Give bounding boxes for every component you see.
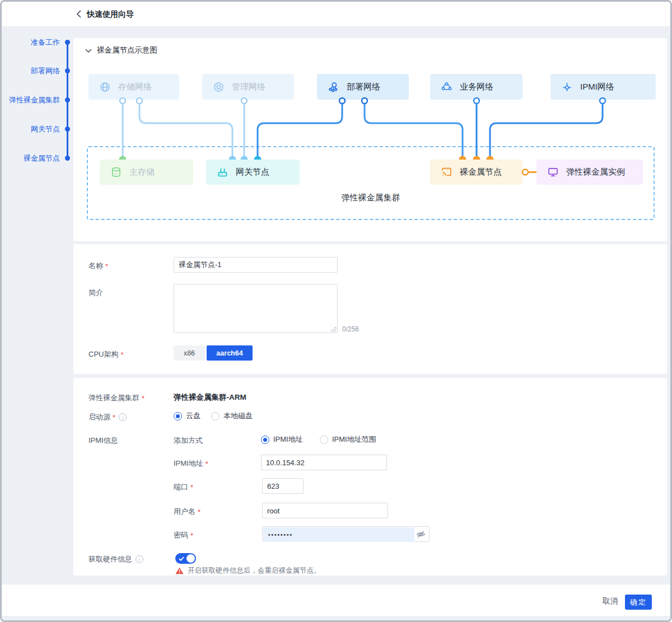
check-icon xyxy=(179,556,184,561)
add-method-label: 添加方式 xyxy=(174,436,203,446)
boot-source-option-cloud-disk[interactable]: 云盘 xyxy=(174,411,200,421)
hardware-info-label: 获取硬件信息 i xyxy=(88,554,143,564)
confirm-button[interactable]: 确定 xyxy=(625,595,652,610)
port-input[interactable] xyxy=(262,478,304,494)
sidebar-step-baremetal[interactable]: 裸金属节点 xyxy=(2,153,60,163)
diagram-card: 裸金属节点示意图 弹性裸金属集群 存储网络 管理网络 部署网络 xyxy=(73,38,667,241)
password-autofill-area: •••••••• xyxy=(263,527,414,542)
radio-icon xyxy=(211,412,220,420)
add-method-option-ipmi-range[interactable]: IPMI地址范围 xyxy=(320,434,376,445)
diagram-connections xyxy=(73,38,667,241)
ipmi-address-label: IPMI地址* xyxy=(174,459,208,469)
cpu-arch-option-aarch64[interactable]: aarch64 xyxy=(207,345,253,361)
step-dot xyxy=(65,40,70,45)
required-mark: * xyxy=(190,531,193,540)
cluster-field-label: 弹性裸金属集群* xyxy=(88,393,144,403)
cpu-arch-option-x86[interactable]: x86 xyxy=(174,345,205,361)
required-mark: * xyxy=(206,460,208,468)
username-input[interactable] xyxy=(262,503,388,518)
required-mark: * xyxy=(113,413,115,422)
quick-start-wizard-page: 快速使用向导 准备工作 部署网络 弹性裸金属集群 网关节点 裸金属节点 裸金属节… xyxy=(0,0,672,622)
step-dot xyxy=(65,156,70,161)
name-input[interactable] xyxy=(174,257,338,273)
boot-source-label: 启动源* i xyxy=(88,412,127,422)
ipmi-config-card: 弹性裸金属集群* 弹性裸金属集群-ARM 启动源* i 云盘 本地磁盘 IPMI… xyxy=(73,378,667,576)
required-mark: * xyxy=(105,262,108,270)
footer-action-bar xyxy=(2,584,670,616)
port-label: 端口* xyxy=(174,482,193,492)
ipmi-group-label: IPMI信息 xyxy=(88,436,118,446)
description-label: 简介 xyxy=(88,288,103,298)
username-label: 用户名* xyxy=(174,507,200,517)
eye-hidden-icon xyxy=(416,530,426,539)
required-mark: * xyxy=(142,394,144,403)
step-dot xyxy=(65,127,70,132)
required-mark: * xyxy=(198,508,200,516)
warning-triangle-icon xyxy=(175,567,184,574)
cpu-arch-label: CPU架构* xyxy=(88,349,124,359)
page-title: 快速使用向导 xyxy=(87,10,134,20)
sidebar-step-cluster[interactable]: 弹性裸金属集群 xyxy=(2,95,60,105)
textarea-resize-handle[interactable] xyxy=(330,326,337,332)
hardware-info-warning: 开启获取硬件信息后，会重启裸金属节点。 xyxy=(175,566,321,576)
warning-text: 开启获取硬件信息后，会重启裸金属节点。 xyxy=(188,566,321,576)
sidebar-step-prepare[interactable]: 准备工作 xyxy=(2,38,60,48)
required-mark: * xyxy=(120,350,123,359)
radio-selected-icon xyxy=(261,436,269,444)
app-header: 快速使用向导 xyxy=(2,2,670,27)
step-dot xyxy=(65,68,70,73)
cancel-button[interactable]: 取消 xyxy=(603,596,618,606)
sidebar-step-deploy-network[interactable]: 部署网络 xyxy=(2,66,60,76)
toggle-password-visibility-button[interactable] xyxy=(416,530,426,541)
password-input[interactable]: •••••••• xyxy=(262,526,430,542)
info-icon[interactable]: i xyxy=(119,413,127,421)
add-method-option-ipmi-address[interactable]: IPMI地址 xyxy=(261,434,303,445)
back-button[interactable] xyxy=(73,8,85,20)
radio-icon xyxy=(320,436,328,444)
info-icon[interactable]: i xyxy=(136,555,143,563)
required-mark: * xyxy=(190,483,193,492)
description-textarea[interactable] xyxy=(174,284,338,333)
hardware-info-toggle[interactable] xyxy=(175,553,196,564)
step-dot xyxy=(65,97,70,102)
password-masked-value: •••••••• xyxy=(268,532,293,538)
sidebar-step-gateway[interactable]: 网关节点 xyxy=(2,124,60,134)
cluster-field-value: 弹性裸金属集群-ARM xyxy=(174,392,246,403)
toggle-knob xyxy=(186,554,195,563)
ipmi-address-input[interactable] xyxy=(261,455,387,470)
basic-info-card: 名称* 简介 0/256 CPU架构* x86 aarch64 xyxy=(73,244,667,374)
chevron-left-icon xyxy=(76,10,82,18)
radio-selected-icon xyxy=(174,412,182,420)
name-label: 名称* xyxy=(88,261,108,271)
char-counter: 0/256 xyxy=(342,325,359,333)
password-label: 密码* xyxy=(174,530,193,540)
boot-source-option-local-disk[interactable]: 本地磁盘 xyxy=(211,411,253,421)
